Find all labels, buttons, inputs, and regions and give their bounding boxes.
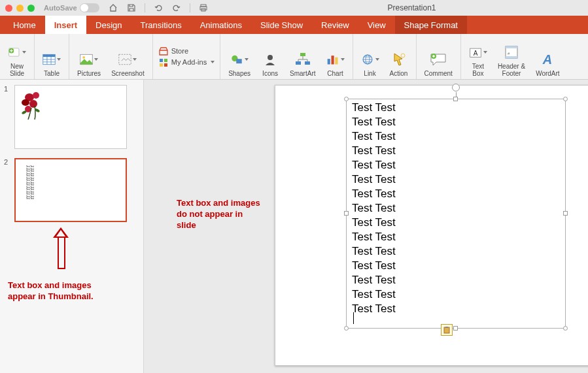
text-line[interactable]: Test Test: [352, 144, 560, 158]
icons-label: Icons: [262, 70, 278, 77]
ribbon: NewSlide Table Pictures Screenshot Store…: [0, 34, 588, 80]
ribbon-group-slides: NewSlide: [0, 34, 35, 79]
resize-handle-e[interactable]: [563, 211, 568, 216]
screenshot-button[interactable]: Screenshot: [109, 35, 147, 78]
header-footer-label: Header &Footer: [498, 63, 525, 77]
resize-handle-ne[interactable]: [563, 97, 568, 101]
text-line[interactable]: Test Test: [352, 273, 560, 287]
action-icon: [390, 50, 408, 69]
thumbnail-2[interactable]: 2 Test TestTest TestTest TestTest TestTe…: [4, 158, 139, 222]
action-label: Action: [390, 70, 408, 77]
home-icon[interactable]: [108, 3, 118, 13]
header-footer-button[interactable]: # Header &Footer: [495, 35, 528, 78]
chart-icon: [326, 50, 345, 69]
tab-view[interactable]: View: [358, 16, 395, 34]
pictures-button[interactable]: Pictures: [75, 35, 103, 78]
text-line[interactable]: Test Test: [352, 158, 560, 172]
annotation-slide-note: Text box and imagesdo not appear inslide: [177, 197, 260, 231]
svg-rect-11: [164, 59, 167, 62]
text-line[interactable]: Test Test: [352, 259, 560, 273]
store-button[interactable]: Store: [158, 46, 215, 56]
minimize-window-button[interactable]: [16, 5, 24, 12]
thumbnail-slide[interactable]: Test TestTest TestTest TestTest TestTest…: [14, 158, 127, 222]
autosave-switch[interactable]: [80, 3, 99, 12]
textbox-button[interactable]: A TextBox: [466, 35, 490, 78]
shapes-icon: [230, 50, 249, 69]
paste-options-button[interactable]: [441, 324, 453, 336]
text-line[interactable]: Test Test: [352, 201, 560, 216]
text-line[interactable]: Test Test: [352, 287, 560, 302]
save-icon[interactable]: [126, 3, 137, 13]
svg-rect-19: [305, 61, 310, 65]
mac-titlebar: AutoSave OFF Presentation1: [0, 0, 588, 16]
roses-image: [15, 89, 48, 120]
autosave-toggle[interactable]: AutoSave OFF: [44, 3, 96, 12]
ribbon-group-illustrations: Shapes Icons SmartArt Chart: [220, 34, 353, 79]
slide-editor[interactable]: Text box and imagesdo not appear inslide…: [144, 80, 588, 373]
thumbnail-1[interactable]: 1: [4, 85, 139, 149]
workspace: 1 2 Test TestTest TestTest TestTest Test…: [0, 80, 588, 373]
svg-rect-18: [296, 61, 301, 65]
resize-handle-w[interactable]: [344, 211, 349, 216]
tab-slideshow[interactable]: Slide Show: [251, 16, 312, 34]
tab-review[interactable]: Review: [312, 16, 358, 34]
rotate-handle[interactable]: [452, 84, 460, 91]
annotation-arrow-up: [58, 236, 65, 269]
tab-shape-format[interactable]: Shape Format: [395, 16, 467, 34]
smartart-icon: [294, 50, 312, 69]
comment-label: Comment: [424, 70, 453, 77]
text-line[interactable]: Test Test: [352, 230, 560, 244]
text-line[interactable]: Test Test: [352, 244, 560, 259]
thumbnail-pane[interactable]: 1 2 Test TestTest TestTest TestTest Test…: [0, 80, 144, 373]
thumbnail-number: 2: [4, 158, 10, 222]
tab-insert[interactable]: Insert: [45, 16, 86, 34]
text-line[interactable]: Test Test: [352, 115, 560, 129]
tab-home[interactable]: Home: [4, 16, 45, 34]
text-cursor: [353, 312, 354, 324]
text-line[interactable]: Test Test: [352, 302, 560, 316]
smartart-label: SmartArt: [290, 70, 315, 77]
tab-transitions[interactable]: Transitions: [131, 16, 191, 34]
smartart-button[interactable]: SmartArt: [287, 35, 318, 78]
svg-point-35: [33, 92, 39, 99]
my-addins-button[interactable]: My Add-ins: [158, 57, 215, 67]
text-line[interactable]: Test Test: [352, 187, 560, 201]
text-line[interactable]: Test Test: [352, 172, 560, 187]
tab-animations[interactable]: Animations: [191, 16, 251, 34]
close-window-button[interactable]: [5, 5, 12, 12]
svg-rect-20: [327, 59, 330, 64]
comment-button[interactable]: Comment: [422, 35, 455, 78]
screenshot-label: Screenshot: [111, 70, 145, 77]
svg-rect-10: [160, 59, 163, 62]
store-label: Store: [171, 47, 188, 55]
link-button[interactable]: Link: [358, 35, 382, 78]
wordart-label: WordArt: [536, 70, 560, 77]
action-button[interactable]: Action: [387, 35, 411, 78]
resize-handle-n[interactable]: [453, 97, 458, 101]
addins-icon: [158, 57, 169, 67]
resize-handle-sw[interactable]: [344, 326, 349, 331]
zoom-window-button[interactable]: [27, 5, 35, 12]
text-line[interactable]: Test Test: [352, 216, 560, 230]
icons-button[interactable]: Icons: [258, 35, 282, 78]
svg-point-25: [401, 54, 405, 57]
resize-handle-s[interactable]: [453, 326, 458, 331]
tab-design[interactable]: Design: [86, 16, 131, 34]
text-line[interactable]: Test Test: [352, 101, 560, 115]
shapes-button[interactable]: Shapes: [226, 35, 253, 78]
new-slide-icon: [8, 43, 26, 61]
new-slide-button[interactable]: NewSlide: [5, 35, 29, 78]
resize-handle-se[interactable]: [563, 326, 568, 331]
svg-point-36: [22, 99, 29, 106]
selected-textbox[interactable]: Test Test Test Test Test Test Test Test …: [346, 99, 566, 329]
slide-canvas[interactable]: Test Test Test Test Test Test Test Test …: [275, 85, 588, 366]
comment-icon: [429, 50, 447, 69]
chart-button[interactable]: Chart: [324, 35, 347, 78]
thumbnail-slide[interactable]: [14, 85, 127, 149]
table-button[interactable]: Table: [40, 35, 63, 78]
wordart-button[interactable]: A WordArt: [533, 35, 562, 78]
text-line[interactable]: Test Test: [352, 129, 560, 144]
autosave-label: AutoSave: [44, 4, 77, 12]
svg-point-37: [29, 100, 37, 108]
resize-handle-nw[interactable]: [344, 97, 349, 101]
